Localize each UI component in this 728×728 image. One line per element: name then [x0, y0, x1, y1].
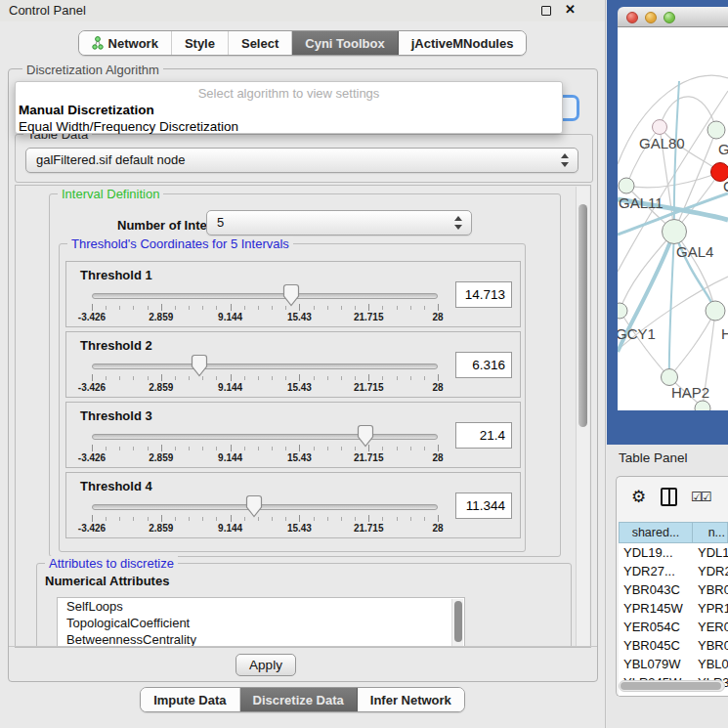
tab-select[interactable]: Select: [229, 31, 292, 55]
tick-label: 2.859: [149, 312, 173, 322]
tab-jactivemnodules[interactable]: jActiveMNodules: [399, 31, 527, 55]
threshold-value-field[interactable]: 11.344: [455, 492, 512, 519]
mac-zoom-button[interactable]: [664, 12, 675, 23]
threshold-value-field[interactable]: 14.713: [455, 281, 512, 308]
tick-mark: [368, 374, 369, 381]
table-cell[interactable]: YBR043C: [693, 580, 728, 599]
network-node-gal80[interactable]: [653, 120, 667, 135]
table-row[interactable]: YPR145WYPR145W: [619, 599, 728, 618]
table-row[interactable]: YBL079WYBL079W: [619, 655, 728, 673]
attributes-scrollbar-thumb[interactable]: [454, 601, 462, 642]
network-graph-icon: [92, 36, 104, 50]
slider-track[interactable]: [92, 434, 438, 440]
tick-mark: [133, 376, 134, 380]
attribute-item-selfloops[interactable]: SelfLoops: [58, 598, 464, 615]
column-header-shared-[interactable]: shared...: [619, 522, 693, 543]
table-cell[interactable]: YIL052C: [619, 692, 693, 697]
mac-minimize-button[interactable]: [645, 12, 657, 23]
table-cell[interactable]: YPR145W: [619, 599, 693, 618]
tick-mark: [189, 517, 190, 521]
slider-tick-labels: -3.4262.8599.14415.4321.71528: [92, 452, 438, 464]
tick-mark: [410, 447, 411, 450]
table-toolbar: ⚙ ☑☑: [617, 477, 728, 520]
tab-impute-data[interactable]: Impute Data: [141, 688, 239, 711]
tab-label: Style: [185, 36, 215, 51]
column-layout-icon[interactable]: [661, 488, 677, 506]
threshold-value-field[interactable]: 6.316: [455, 352, 512, 378]
table-cell[interactable]: YBR045C: [693, 636, 728, 655]
table-row[interactable]: YER054CYER054C: [619, 618, 728, 636]
attribute-item-topologicalcoefficient[interactable]: TopologicalCoefficient: [58, 615, 464, 631]
attributes-scrollbar: [451, 599, 463, 648]
table-row[interactable]: YDR27...YDR27...: [619, 562, 728, 580]
close-panel-icon[interactable]: ✕: [565, 2, 576, 17]
settings-scrollbar-thumb[interactable]: [578, 204, 587, 427]
table-cell[interactable]: YDL19...: [619, 543, 693, 562]
tick-mark: [231, 515, 232, 522]
table-cell[interactable]: YBL079W: [619, 655, 693, 673]
network-window-titlebar[interactable]: [618, 7, 728, 27]
dropdown-option-equal-width-frequency[interactable]: Equal Width/Frequency Discretization: [16, 118, 562, 135]
tick-mark: [258, 376, 259, 380]
table-row[interactable]: YIL052CYIL052C: [619, 692, 728, 697]
table-cell[interactable]: YBR043C: [619, 580, 693, 599]
table-panel: Table Panel ⚙ ☑☑ shared...n...YDL19...YD…: [607, 445, 728, 728]
number-of-intervals-combobox[interactable]: 5: [206, 210, 472, 236]
tick-mark: [216, 376, 217, 380]
table-cell[interactable]: YER054C: [693, 618, 728, 636]
gear-icon[interactable]: ⚙: [631, 488, 646, 507]
table-cell[interactable]: YDR27...: [693, 562, 728, 580]
tab-infer-network[interactable]: Infer Network: [358, 688, 464, 711]
node-label-gcy1: GCY1: [618, 325, 656, 342]
combo-spinner-icon: [561, 153, 570, 167]
slider-track[interactable]: [92, 504, 438, 510]
bottom-tab-bar: Impute DataDiscretize DataInfer Network: [0, 687, 605, 712]
tab-cyni-toolbox[interactable]: Cyni Toolbox: [292, 31, 398, 55]
table-cell[interactable]: YER054C: [619, 618, 693, 636]
dropdown-option-manual-discretization[interactable]: Manual Discretization: [16, 102, 562, 118]
threshold-label: Threshold 3: [80, 408, 152, 423]
tick-mark: [424, 306, 425, 310]
tab-style[interactable]: Style: [172, 31, 229, 55]
table-row[interactable]: YBR043CYBR043C: [619, 580, 728, 599]
slider-track[interactable]: [92, 364, 438, 369]
network-node-hap2[interactable]: [662, 369, 678, 386]
threshold-value-field[interactable]: 21.4: [455, 422, 512, 449]
column-header-n-[interactable]: n...: [693, 522, 728, 543]
network-node-gal4[interactable]: [663, 220, 687, 244]
network-node[interactable]: [706, 301, 725, 321]
table-cell[interactable]: YDL19...: [693, 543, 728, 562]
network-node[interactable]: [707, 121, 725, 139]
table-cell[interactable]: YBR045C: [619, 636, 693, 655]
table-cell[interactable]: YBL079W: [693, 655, 728, 673]
table-cell[interactable]: YIL052C: [693, 692, 728, 697]
table-row[interactable]: YDL19...YDL19...: [619, 543, 728, 562]
tick-mark: [327, 517, 328, 521]
tick-mark: [148, 447, 149, 450]
table-data-group: Table Data galFiltered.sif default node: [15, 134, 593, 183]
network-view-canvas[interactable]: GAL80 GA C GAL11 GAL4 GCY1 H HAP2: [618, 27, 728, 410]
tick-mark: [202, 306, 203, 310]
tick-mark: [285, 517, 286, 521]
thresholds-group-label: Threshold's Coordinates for 5 Intervals: [67, 236, 293, 251]
tick-mark: [438, 515, 439, 522]
network-node-gcy1[interactable]: [618, 303, 627, 319]
tick-mark: [175, 376, 176, 380]
slider-track[interactable]: [92, 293, 438, 299]
mac-close-button[interactable]: [626, 12, 638, 23]
tab-discretize-data[interactable]: Discretize Data: [240, 688, 358, 711]
apply-button[interactable]: Apply: [236, 654, 296, 676]
tick-label: 28: [432, 312, 443, 322]
network-node-gal11[interactable]: [619, 178, 634, 193]
tab-network[interactable]: Network: [79, 31, 172, 55]
float-window-icon[interactable]: [541, 6, 551, 16]
node-label-gal11: GAL11: [619, 194, 664, 211]
table-cell[interactable]: YDR27...: [619, 562, 693, 580]
tick-mark: [133, 447, 134, 450]
checkbox-icons[interactable]: ☑☑: [691, 490, 709, 504]
table-row[interactable]: YBR045CYBR045C: [619, 636, 728, 655]
table-data-combobox[interactable]: galFiltered.sif default node: [25, 148, 578, 173]
tick-label: -3.426: [78, 312, 106, 322]
table-hscrollbar-thumb[interactable]: [621, 682, 721, 690]
table-cell[interactable]: YPR145W: [693, 599, 728, 618]
